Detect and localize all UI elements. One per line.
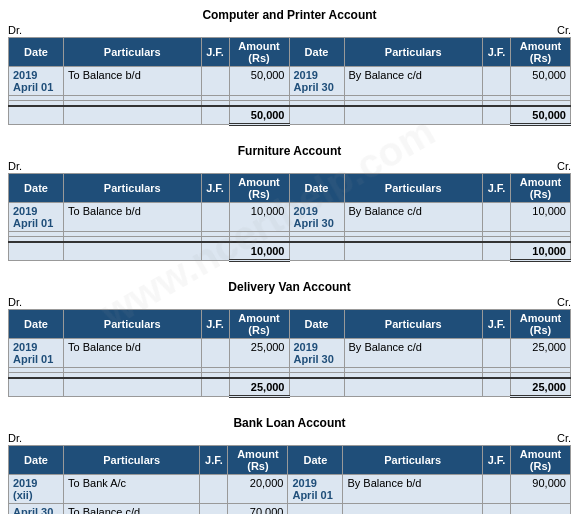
cr-header-particulars: Particulars xyxy=(344,174,483,203)
dr-label: Dr. xyxy=(8,432,22,444)
total-row: 50,00050,000 xyxy=(9,106,571,125)
dr-date-cell: April 30 xyxy=(9,504,64,515)
cr-amount-cell: 10,000 xyxy=(511,203,571,232)
cr-jf-cell xyxy=(483,475,511,504)
cr-header-amount-rs: Amount (Rs) xyxy=(511,174,571,203)
dr-jf-cell xyxy=(201,203,229,232)
dr-header-particulars: Particulars xyxy=(64,38,202,67)
table-row: April 30To Balance c/d70,000 xyxy=(9,504,571,515)
dr-header-date: Date xyxy=(9,310,64,339)
account-section: Delivery Van AccountDr.Cr.DateParticular… xyxy=(8,280,571,398)
dr-header-date: Date xyxy=(9,446,64,475)
cr-header-amount-rs: Amount (Rs) xyxy=(511,446,571,475)
cr-amount-cell: 90,000 xyxy=(511,475,571,504)
cr-header-date: Date xyxy=(289,38,344,67)
cr-total-cell: 50,000 xyxy=(511,106,571,125)
ledger-table: DateParticularsJ.F.Amount (Rs)DatePartic… xyxy=(8,309,571,398)
cr-date-cell: 2019 April 01 xyxy=(288,475,343,504)
cr-header-date: Date xyxy=(288,446,343,475)
cr-particulars-cell: By Balance c/d xyxy=(344,203,483,232)
dr-header-amount-rs: Amount (Rs) xyxy=(229,310,289,339)
ledger-table: DateParticularsJ.F.Amount (Rs)DatePartic… xyxy=(8,37,571,126)
cr-label: Cr. xyxy=(557,160,571,172)
dr-particulars-cell: To Bank A/c xyxy=(64,475,200,504)
dr-header-particulars: Particulars xyxy=(64,446,200,475)
total-empty-cell xyxy=(64,242,202,261)
dr-total-cell: 25,000 xyxy=(229,378,289,397)
total-empty-cell xyxy=(9,378,64,397)
cr-header-amount-rs: Amount (Rs) xyxy=(511,310,571,339)
cr-jf-cell xyxy=(483,203,511,232)
table-row: 2019 April 01To Balance b/d50,0002019 Ap… xyxy=(9,67,571,96)
dr-header-particulars: Particulars xyxy=(64,174,202,203)
total-empty-cell xyxy=(483,378,511,397)
cr-jf-cell xyxy=(483,504,511,515)
account-section: Computer and Printer AccountDr.Cr.DatePa… xyxy=(8,8,571,126)
cr-particulars-cell xyxy=(343,504,483,515)
dr-particulars-cell: To Balance b/d xyxy=(64,339,202,368)
total-empty-cell xyxy=(9,242,64,261)
total-empty-cell xyxy=(9,106,64,125)
table-row: 2019 April 01To Balance b/d10,0002019 Ap… xyxy=(9,203,571,232)
account-section: Furniture AccountDr.Cr.DateParticularsJ.… xyxy=(8,144,571,262)
dr-header-amount-rs: Amount (Rs) xyxy=(228,446,288,475)
cr-particulars-cell: By Balance c/d xyxy=(344,67,483,96)
cr-header-amount-rs: Amount (Rs) xyxy=(511,38,571,67)
dr-jf-cell xyxy=(201,67,229,96)
cr-jf-cell xyxy=(483,67,511,96)
total-empty-cell xyxy=(64,378,202,397)
dr-amount-cell: 25,000 xyxy=(229,339,289,368)
account-title: Delivery Van Account xyxy=(8,280,571,294)
total-empty-cell xyxy=(344,242,483,261)
cr-particulars-cell: By Balance b/d xyxy=(343,475,483,504)
dr-particulars-cell: To Balance b/d xyxy=(64,203,202,232)
dr-cr-labels: Dr.Cr. xyxy=(8,160,571,172)
dr-header-date: Date xyxy=(9,38,64,67)
dr-particulars-cell: To Balance c/d xyxy=(64,504,200,515)
dr-cr-labels: Dr.Cr. xyxy=(8,24,571,36)
dr-amount-cell: 10,000 xyxy=(229,203,289,232)
cr-header-date: Date xyxy=(289,310,344,339)
dr-cr-labels: Dr.Cr. xyxy=(8,432,571,444)
cr-amount-cell: 25,000 xyxy=(511,339,571,368)
cr-header-particulars: Particulars xyxy=(343,446,483,475)
total-empty-cell xyxy=(289,378,344,397)
cr-date-cell: 2019 April 30 xyxy=(289,203,344,232)
cr-date-cell xyxy=(288,504,343,515)
cr-header-particulars: Particulars xyxy=(344,38,483,67)
cr-amount-cell xyxy=(511,504,571,515)
cr-date-cell: 2019 April 30 xyxy=(289,339,344,368)
dr-label: Dr. xyxy=(8,296,22,308)
dr-header-amount-rs: Amount (Rs) xyxy=(229,174,289,203)
total-empty-cell xyxy=(344,106,483,125)
dr-header-amount-rs: Amount (Rs) xyxy=(229,38,289,67)
total-empty-cell xyxy=(201,242,229,261)
dr-total-cell: 10,000 xyxy=(229,242,289,261)
cr-header-j.f.: J.F. xyxy=(483,446,511,475)
dr-header-date: Date xyxy=(9,174,64,203)
account-section: Bank Loan AccountDr.Cr.DateParticularsJ.… xyxy=(8,416,571,514)
total-empty-cell xyxy=(289,242,344,261)
total-empty-cell xyxy=(483,106,511,125)
ledger-table: DateParticularsJ.F.Amount (Rs)DatePartic… xyxy=(8,173,571,262)
cr-total-cell: 10,000 xyxy=(511,242,571,261)
total-empty-cell xyxy=(344,378,483,397)
cr-date-cell: 2019 April 30 xyxy=(289,67,344,96)
cr-header-j.f.: J.F. xyxy=(483,174,511,203)
total-empty-cell xyxy=(483,242,511,261)
dr-header-j.f.: J.F. xyxy=(200,446,228,475)
cr-header-j.f.: J.F. xyxy=(483,38,511,67)
cr-particulars-cell: By Balance c/d xyxy=(344,339,483,368)
dr-cr-labels: Dr.Cr. xyxy=(8,296,571,308)
account-title: Bank Loan Account xyxy=(8,416,571,430)
dr-amount-cell: 70,000 xyxy=(228,504,288,515)
dr-header-j.f.: J.F. xyxy=(201,310,229,339)
dr-amount-cell: 50,000 xyxy=(229,67,289,96)
total-empty-cell xyxy=(64,106,202,125)
dr-date-cell: 2019 April 01 xyxy=(9,67,64,96)
total-row: 25,00025,000 xyxy=(9,378,571,397)
table-row: 2019 (xii)To Bank A/c20,0002019 April 01… xyxy=(9,475,571,504)
table-row: 2019 April 01To Balance b/d25,0002019 Ap… xyxy=(9,339,571,368)
dr-label: Dr. xyxy=(8,160,22,172)
cr-header-particulars: Particulars xyxy=(344,310,483,339)
